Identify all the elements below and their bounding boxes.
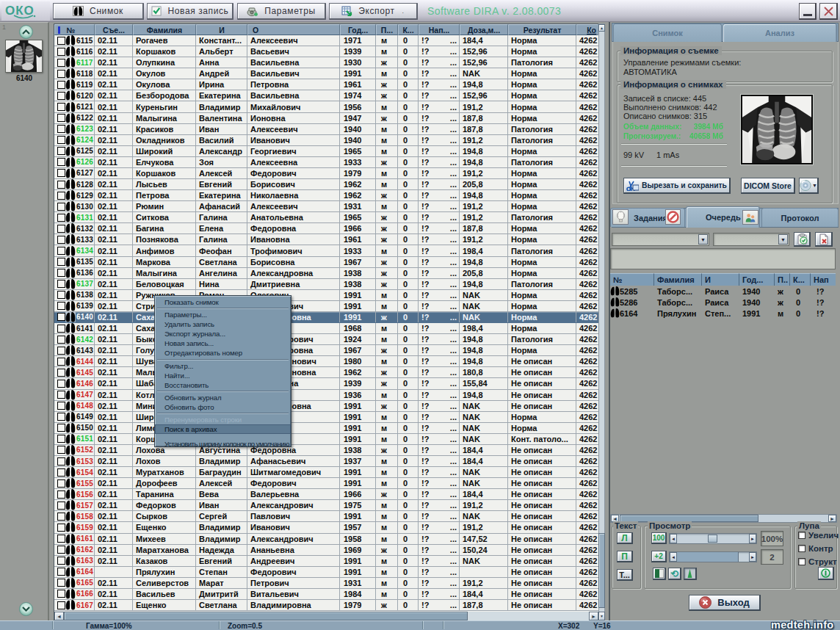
svg-text:ОКО: ОКО bbox=[5, 4, 35, 18]
